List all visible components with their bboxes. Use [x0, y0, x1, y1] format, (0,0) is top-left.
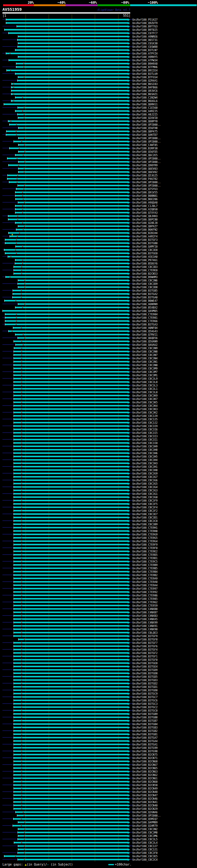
alignment-bar[interactable]: [13, 700, 128, 701]
alignment-bar[interactable]: [13, 412, 128, 413]
alignment-bar[interactable]: [13, 378, 128, 379]
subject-label[interactable]: UniRef100_C7E9B9: [132, 563, 158, 567]
alignment-bar[interactable]: [13, 612, 128, 613]
alignment-bar[interactable]: [13, 781, 128, 782]
alignment-bar[interactable]: [13, 689, 128, 691]
alignment-bar[interactable]: [15, 198, 128, 200]
alignment-bar[interactable]: [13, 557, 128, 559]
alignment-bar[interactable]: [13, 795, 128, 796]
subject-label[interactable]: UniRef100_C7E962: [132, 601, 158, 604]
subject-label[interactable]: UniRef100_C8C3G6: [132, 479, 158, 482]
subject-label[interactable]: UniRef100_B2CN29: [132, 807, 158, 811]
alignment-bar[interactable]: [18, 852, 128, 854]
subject-label[interactable]: UniRef100_C8C3H9: [132, 445, 158, 448]
alignment-bar[interactable]: [13, 798, 128, 799]
subject-label[interactable]: UniRef100_B3TGB5: [132, 289, 158, 292]
subject-label[interactable]: UniRef100_B3TGD8: [132, 672, 158, 675]
subject-label[interactable]: UniRef100_B6KFN2: [132, 228, 158, 231]
subject-label[interactable]: UniRef100_C8C3D3: [132, 266, 158, 269]
subject-label[interactable]: UniRef100_B3TGA3: [132, 323, 158, 327]
alignment-bar[interactable]: [18, 828, 128, 830]
alignment-bar[interactable]: [13, 598, 128, 599]
subject-label[interactable]: UniRef100_Q53G25: [132, 174, 158, 177]
alignment-bar[interactable]: [15, 73, 128, 74]
alignment-bar[interactable]: [13, 493, 128, 495]
subject-label[interactable]: UniRef100_B2CN58: [132, 784, 158, 787]
alignment-bar[interactable]: [4, 103, 128, 105]
alignment-bar[interactable]: [8, 232, 128, 234]
subject-label[interactable]: UniRef100_B3TGB8: [132, 716, 158, 719]
alignment-bar[interactable]: [13, 551, 128, 552]
subject-label[interactable]: UniRef100_C7E9D1: [132, 557, 158, 560]
subject-label[interactable]: UniRef100_C8C3H3: [132, 462, 158, 465]
alignment-bar[interactable]: [13, 341, 128, 342]
subject-label[interactable]: UniRef100_C7E9E0: [132, 269, 158, 272]
alignment-bar[interactable]: [13, 659, 128, 660]
subject-label[interactable]: UniRef100_C7E9B2: [132, 574, 158, 577]
subject-label[interactable]: UniRef100_C8C3H6: [132, 452, 158, 455]
subject-label[interactable]: UniRef100_B2B1H4: [132, 231, 158, 235]
subject-label[interactable]: UniRef100_UPI000..: [132, 181, 161, 184]
subject-label[interactable]: UniRef100_B9WHM3: [132, 276, 158, 279]
subject-label[interactable]: UniRef100_UPI000..: [132, 160, 161, 164]
alignment-bar[interactable]: [13, 439, 128, 440]
alignment-bar[interactable]: [13, 517, 128, 518]
subject-label[interactable]: UniRef100_B2CN60: [132, 780, 158, 784]
alignment-bar[interactable]: [18, 845, 128, 847]
alignment-bar[interactable]: [4, 300, 128, 302]
subject-label[interactable]: UniRef100_B3TGB3: [132, 726, 158, 730]
subject-label[interactable]: UniRef100_Q5UAN9: [132, 340, 158, 343]
subject-label[interactable]: UniRef100_C8C3G9: [132, 472, 158, 475]
alignment-bar[interactable]: [13, 581, 128, 583]
alignment-bar[interactable]: [13, 503, 128, 505]
subject-label[interactable]: UniRef100_B5XBX2: [132, 306, 158, 309]
subject-label[interactable]: UniRef100_B6UGL6: [132, 99, 158, 103]
alignment-bar[interactable]: [11, 93, 128, 95]
alignment-bar[interactable]: [9, 236, 128, 237]
subject-label[interactable]: UniRef100_B3TGE4: [132, 665, 158, 669]
alignment-bar[interactable]: [13, 425, 128, 427]
subject-label[interactable]: UniRef100_C8C3M6: [132, 834, 158, 838]
alignment-bar[interactable]: [11, 87, 128, 88]
subject-label[interactable]: UniRef100_A7PW34: [132, 59, 158, 62]
alignment-bar[interactable]: [13, 761, 128, 762]
subject-label[interactable]: UniRef100_C6TFC7: [132, 32, 158, 35]
subject-label[interactable]: UniRef100_UPI000..: [132, 814, 161, 817]
alignment-bar[interactable]: [13, 608, 128, 610]
alignment-bar[interactable]: [9, 148, 128, 149]
alignment-bar[interactable]: [13, 710, 128, 711]
subject-label[interactable]: UniRef100_C8C3H8: [132, 448, 158, 452]
alignment-bar[interactable]: [5, 276, 128, 278]
subject-label[interactable]: UniRef100_B3RP38: [132, 147, 158, 150]
subject-label[interactable]: UniRef100_C7E9D5: [132, 553, 158, 557]
subject-label[interactable]: UniRef100_C4NX99: [132, 621, 158, 624]
alignment-bar[interactable]: [18, 127, 128, 129]
subject-label[interactable]: UniRef100_Q9ZUT9: [132, 22, 158, 25]
alignment-bar[interactable]: [13, 358, 128, 359]
subject-label[interactable]: UniRef100_Q2GNA6: [132, 811, 158, 814]
subject-label[interactable]: UniRef100_A4RZJ5: [132, 110, 158, 113]
subject-label[interactable]: UniRef100_B9IIE4: [132, 69, 158, 72]
subject-label[interactable]: UniRef100_C8C3H4: [132, 459, 158, 462]
alignment-bar[interactable]: [4, 29, 128, 30]
alignment-bar[interactable]: [13, 744, 128, 745]
subject-label[interactable]: UniRef100_Q6EV02: [132, 170, 158, 174]
alignment-bar[interactable]: [13, 588, 128, 589]
alignment-bar[interactable]: [5, 323, 128, 325]
subject-label[interactable]: UniRef100_B7FGS4: [132, 76, 158, 79]
subject-label[interactable]: UniRef100_C7E9G9: [132, 533, 158, 536]
alignment-bar[interactable]: [13, 693, 128, 694]
subject-label[interactable]: UniRef100_Q6BPY0: [132, 120, 158, 123]
subject-label[interactable]: UniRef100_A4R2F4: [132, 235, 158, 238]
subject-label[interactable]: UniRef100_Q90YR9: [132, 164, 158, 167]
alignment-bar[interactable]: [6, 53, 128, 54]
alignment-bar[interactable]: [13, 476, 128, 477]
alignment-bar[interactable]: [13, 578, 128, 579]
subject-label[interactable]: UniRef100_B3TGC7: [132, 695, 158, 699]
alignment-bar[interactable]: [14, 347, 128, 349]
alignment-bar[interactable]: [13, 381, 128, 383]
alignment-bar[interactable]: [13, 141, 128, 142]
subject-label[interactable]: UniRef100_B3TGE0: [132, 252, 158, 255]
subject-label[interactable]: UniRef100_Q6QD56: [132, 337, 158, 340]
subject-label[interactable]: UniRef100_C8C3M8: [132, 831, 158, 834]
